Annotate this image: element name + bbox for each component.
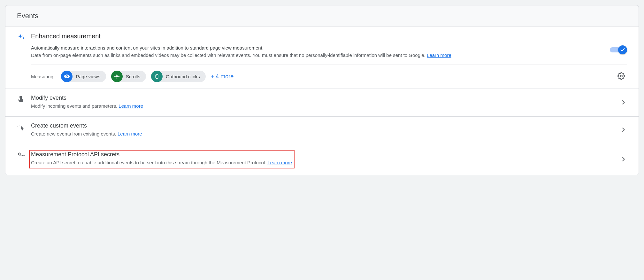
card-title: Events xyxy=(17,12,627,20)
pill-scrolls: Scrolls xyxy=(111,71,146,82)
enhanced-bold-line: Automatically measure interactions and c… xyxy=(31,45,264,51)
svg-point-7 xyxy=(19,126,20,126)
svg-point-4 xyxy=(18,125,19,125)
row-measurement-protocol-api-secrets[interactable]: Measurement Protocol API secrets Create … xyxy=(5,144,639,175)
sparkle-icon xyxy=(17,33,31,42)
pill-label: Page views xyxy=(76,74,100,79)
card-header: Events xyxy=(5,5,639,27)
svg-point-0 xyxy=(116,76,118,77)
learn-more-link[interactable]: Learn more xyxy=(267,160,292,165)
enhanced-title: Enhanced measurement xyxy=(31,33,602,40)
measuring-label: Measuring: xyxy=(31,74,55,79)
eye-icon xyxy=(61,71,73,82)
events-card: Events Enhanced measurement Automaticall… xyxy=(5,5,639,175)
pill-label: Outbound clicks xyxy=(166,74,200,79)
learn-more-link[interactable]: Learn more xyxy=(118,131,142,136)
scroll-target-icon xyxy=(111,71,123,82)
row-sub: Modify incoming events and parameters. L… xyxy=(31,103,614,110)
measuring-row: Measuring: Page views S xyxy=(31,71,627,82)
touch-icon xyxy=(17,95,31,103)
pill-page-views: Page views xyxy=(61,71,106,82)
row-title: Measurement Protocol API secrets xyxy=(31,151,292,158)
row-modify-events[interactable]: Modify events Modify incoming events and… xyxy=(5,89,639,117)
enhanced-body-text: Data from on-page elements such as links… xyxy=(31,52,427,58)
enhanced-measurement-toggle[interactable] xyxy=(610,45,627,54)
pill-outbound-clicks: Outbound clicks xyxy=(151,71,206,82)
cursor-sparkle-icon xyxy=(17,122,31,131)
highlight-box: Measurement Protocol API secrets Create … xyxy=(29,150,295,168)
enhanced-body: Enhanced measurement Automatically measu… xyxy=(31,33,627,82)
svg-point-6 xyxy=(18,126,18,127)
settings-gear-button[interactable] xyxy=(616,74,627,83)
row-sub: Create an API secret to enable additiona… xyxy=(31,159,292,167)
chevron-right-icon xyxy=(614,156,627,163)
enhanced-measurement-section: Enhanced measurement Automatically measu… xyxy=(5,27,639,89)
gear-icon xyxy=(617,72,625,80)
row-title: Create custom events xyxy=(31,122,614,129)
mouse-icon xyxy=(151,71,163,82)
more-events-link[interactable]: + 4 more xyxy=(211,73,234,80)
pill-label: Scrolls xyxy=(126,74,140,79)
svg-point-5 xyxy=(19,124,20,124)
learn-more-link[interactable]: Learn more xyxy=(119,103,143,109)
row-sub: Create new events from existing events. … xyxy=(31,130,614,138)
enhanced-learn-more-link[interactable]: Learn more xyxy=(427,52,451,58)
enhanced-description: Automatically measure interactions and c… xyxy=(31,44,602,59)
chevron-right-icon xyxy=(614,99,627,106)
svg-point-3 xyxy=(620,75,622,77)
check-icon xyxy=(618,45,627,54)
chevron-right-icon xyxy=(614,126,627,133)
row-title: Modify events xyxy=(31,95,614,101)
divider xyxy=(31,65,627,65)
row-create-custom-events[interactable]: Create custom events Create new events f… xyxy=(5,117,639,144)
